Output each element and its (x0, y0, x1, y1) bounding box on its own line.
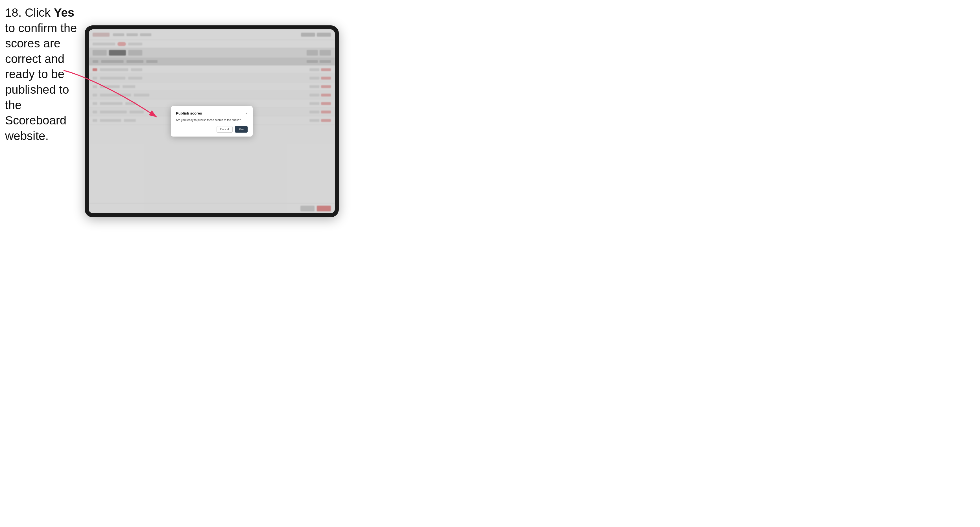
yes-emphasis: Yes (54, 6, 74, 19)
modal-actions: Cancel Yes (176, 126, 248, 133)
instruction-text: 18. Click Yes to confirm the scores are … (5, 5, 84, 144)
yes-button[interactable]: Yes (235, 126, 248, 133)
tablet-screen: Publish scores × Are you ready to publis… (89, 29, 335, 213)
modal-overlay: Publish scores × Are you ready to publis… (89, 29, 335, 213)
modal-close-button[interactable]: × (245, 111, 248, 115)
modal-body-text: Are you ready to publish these scores to… (176, 118, 248, 122)
cancel-button[interactable]: Cancel (216, 126, 233, 133)
modal-title: Publish scores (176, 111, 202, 115)
publish-scores-dialog: Publish scores × Are you ready to publis… (171, 106, 253, 137)
tablet-device: Publish scores × Are you ready to publis… (85, 25, 339, 217)
step-number: 18. (5, 6, 21, 19)
